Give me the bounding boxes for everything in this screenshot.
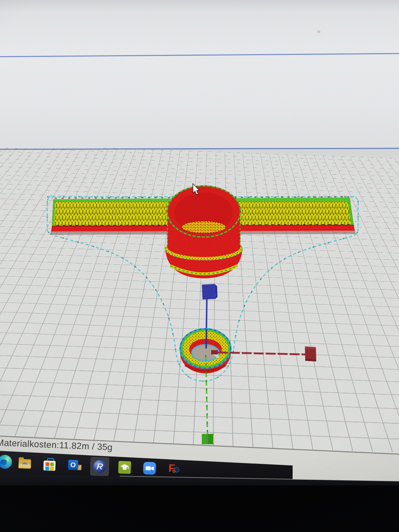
ideamaker-letter: R — [96, 461, 103, 472]
taskbar-item-file-explorer[interactable] — [15, 454, 35, 473]
taskbar-item-education[interactable] — [115, 458, 134, 477]
outlook-letter: O — [68, 460, 78, 470]
build-plate-grid — [0, 148, 399, 456]
build-plate-viewport[interactable] — [0, 148, 399, 456]
photo-background — [0, 485, 399, 532]
screen-smudge — [317, 30, 321, 34]
file-explorer-icon — [18, 457, 32, 470]
photographed-monitor: Materialkosten:11.82m / 35g O R — [0, 0, 399, 532]
taskbar-item-microsoft-store[interactable] — [40, 455, 60, 474]
freecad-gear-small-icon: ⚙ — [172, 469, 176, 473]
freecad-icon: F ⚙ ⚙ — [168, 462, 181, 476]
build-volume-top-edge — [0, 53, 399, 57]
taskbar-item-freecad[interactable]: F ⚙ ⚙ — [165, 460, 184, 479]
microsoft-store-icon — [43, 458, 57, 471]
taskbar-item-outlook[interactable]: O — [65, 456, 84, 475]
taskbar-item-zoom[interactable] — [140, 459, 159, 478]
taskbar-item-ideamaker-active[interactable]: R — [90, 457, 109, 476]
outlook-icon: O — [68, 459, 81, 472]
education-icon — [118, 461, 131, 474]
zoom-icon — [143, 462, 156, 475]
viewport-upper-area — [0, 0, 399, 149]
ideamaker-icon: R — [93, 460, 106, 473]
